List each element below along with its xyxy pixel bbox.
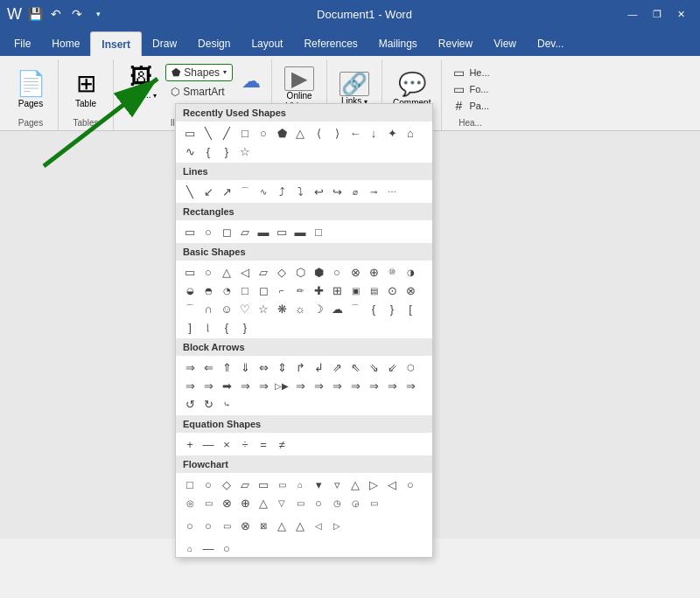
pictures-button[interactable]: 🖼 Pictu... ▾	[119, 59, 162, 103]
tab-view[interactable]: View	[483, 31, 527, 56]
redo-button[interactable]: ↷	[67, 4, 87, 24]
shape-item[interactable]: ○	[200, 263, 217, 281]
shape-item[interactable]: ◻	[218, 223, 235, 240]
shape-item[interactable]: ◓	[200, 282, 217, 299]
shape-item[interactable]: ▭	[181, 124, 199, 142]
shape-item[interactable]: ⤷	[218, 395, 235, 413]
shape-item[interactable]: □	[310, 223, 327, 240]
shape-item[interactable]: ⤵	[291, 183, 309, 200]
shape-item[interactable]: ⊠	[255, 517, 272, 534]
close-button[interactable]: ✕	[670, 4, 693, 24]
shape-item[interactable]: ▱	[236, 223, 254, 240]
shape-item[interactable]: ⊸	[365, 183, 382, 200]
shape-item[interactable]: ⇓	[236, 358, 254, 376]
shape-item[interactable]: ☽	[310, 300, 327, 317]
shape-item[interactable]: ▭	[218, 517, 235, 534]
shape-item[interactable]: ○	[402, 476, 419, 493]
shape-item[interactable]: △	[273, 517, 290, 534]
shape-item[interactable]: =	[255, 435, 272, 453]
shape-item[interactable]: ↗	[218, 183, 235, 200]
shape-item[interactable]: ♡	[236, 300, 254, 317]
smartart-button[interactable]: ⬡ SmartArt	[165, 84, 233, 100]
shape-item[interactable]: ◻	[255, 282, 272, 299]
shape-item[interactable]: ▱	[255, 263, 272, 281]
shape-item[interactable]: ×	[218, 435, 235, 453]
shape-item[interactable]: △	[255, 494, 272, 511]
shape-item[interactable]: ▭	[273, 476, 290, 493]
shape-item[interactable]: ◇	[273, 263, 290, 281]
shape-item[interactable]: ⊕	[236, 494, 254, 511]
shape-item[interactable]: ❋	[273, 300, 290, 317]
shape-item[interactable]: ⇒	[255, 377, 272, 394]
shape-item[interactable]: ∿	[255, 183, 272, 200]
shape-item[interactable]: ⌀	[346, 183, 364, 200]
shape-item[interactable]: ⇒	[383, 377, 401, 394]
shape-item[interactable]: ÷	[236, 435, 254, 453]
shape-item[interactable]: ∿	[181, 143, 199, 160]
shape-item[interactable]: ⇐	[200, 358, 217, 376]
shape-item[interactable]: ↓	[365, 124, 382, 142]
shape-item[interactable]: △	[218, 263, 235, 281]
shape-item[interactable]: ↲	[310, 358, 327, 376]
shape-item[interactable]: ▭	[255, 476, 272, 493]
shape-item[interactable]: □	[236, 282, 254, 299]
shape-item[interactable]: ↪	[328, 183, 346, 200]
shape-item[interactable]: ○	[200, 476, 217, 493]
shape-item[interactable]: ✦	[383, 124, 401, 142]
tab-design[interactable]: Design	[187, 31, 241, 56]
shape-item[interactable]: ▭	[365, 494, 382, 511]
shape-item[interactable]: ◇	[218, 476, 235, 493]
shape-item[interactable]: △	[291, 517, 309, 534]
shape-item[interactable]: ⇒	[365, 377, 382, 394]
shape-item[interactable]: ▷	[328, 517, 346, 534]
shape-item[interactable]: ⇒	[310, 377, 327, 394]
shape-item[interactable]: [	[402, 300, 419, 317]
shape-item[interactable]: ←	[346, 124, 364, 142]
tab-home[interactable]: Home	[41, 31, 90, 56]
shape-item[interactable]: ⌂	[291, 476, 309, 493]
shape-item[interactable]: ⇒	[346, 377, 364, 394]
shape-item[interactable]: ⊗	[218, 494, 235, 511]
shape-item[interactable]: ╱	[218, 124, 235, 142]
shape-item[interactable]: ⌒	[181, 300, 199, 317]
shape-item[interactable]: ⌂	[402, 124, 419, 142]
shape-item[interactable]: ⟨	[310, 124, 327, 142]
shape-item[interactable]: ◶	[346, 494, 364, 511]
shape-item[interactable]: ⌒	[236, 183, 254, 200]
shape-item[interactable]: ◁	[310, 517, 327, 534]
undo-button[interactable]: ↶	[46, 4, 66, 24]
shape-item[interactable]: ◁	[383, 476, 401, 493]
shape-item[interactable]: ☆	[255, 300, 272, 317]
shape-item[interactable]: ⤴	[273, 183, 290, 200]
shape-item[interactable]: ⌐	[273, 282, 290, 299]
shape-item[interactable]: ⌒	[346, 300, 364, 317]
shape-item[interactable]: ⊗	[346, 263, 364, 281]
shape-item[interactable]: ○	[255, 124, 272, 142]
shape-item[interactable]: ☆	[236, 143, 254, 160]
shape-item[interactable]: □	[236, 124, 254, 142]
shape-item[interactable]: }	[236, 318, 254, 336]
shape-item[interactable]: }	[218, 143, 235, 160]
tab-review[interactable]: Review	[428, 31, 483, 56]
shape-item[interactable]: △	[346, 476, 364, 493]
shape-item[interactable]: ▭	[200, 494, 217, 511]
shape-item[interactable]: ]	[181, 318, 199, 336]
shape-item[interactable]: ⇗	[328, 358, 346, 376]
shape-item[interactable]: ⇒	[328, 377, 346, 394]
shape-item[interactable]: ▭	[273, 223, 290, 240]
shape-item[interactable]: ≠	[273, 435, 290, 453]
shape-item[interactable]: ◁	[236, 263, 254, 281]
shape-item[interactable]: ◒	[181, 282, 199, 299]
shape-item[interactable]: —	[200, 435, 217, 453]
shape-item[interactable]: □	[181, 476, 199, 493]
shape-item[interactable]: ▷▶	[273, 377, 290, 394]
shape-item[interactable]: ⇒	[181, 358, 199, 376]
shape-item[interactable]: ⊗	[236, 517, 254, 534]
shape-item[interactable]: ╲	[181, 183, 199, 200]
shape-item[interactable]: ⋯	[383, 183, 401, 200]
shape-item[interactable]: ○	[181, 517, 199, 534]
tab-insert[interactable]: Insert	[90, 31, 142, 56]
shape-item[interactable]: ○	[200, 517, 217, 534]
shape-item[interactable]: ⬢	[310, 263, 327, 281]
table-button[interactable]: ⊞ Table	[64, 66, 108, 112]
